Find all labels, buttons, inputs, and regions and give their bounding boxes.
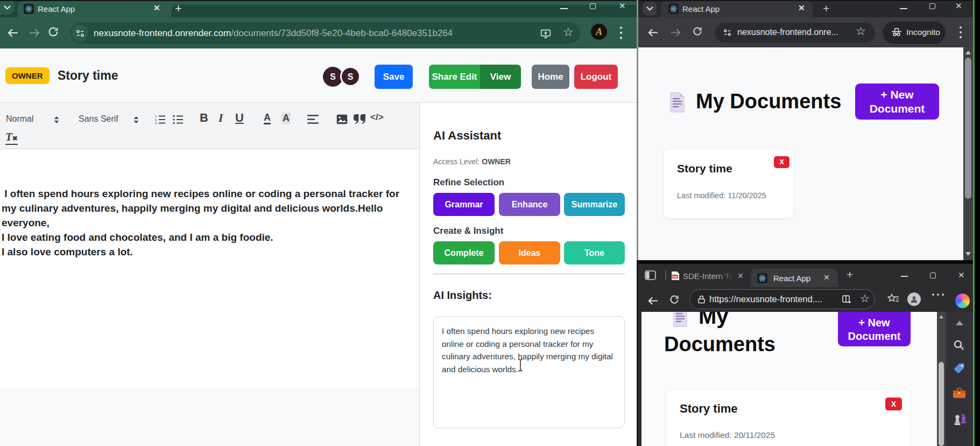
svg-text:1: 1 [155, 115, 157, 118]
svg-text:PDF: PDF [672, 275, 679, 278]
svg-text:2: 2 [155, 119, 157, 122]
svg-text:3: 3 [155, 122, 157, 125]
